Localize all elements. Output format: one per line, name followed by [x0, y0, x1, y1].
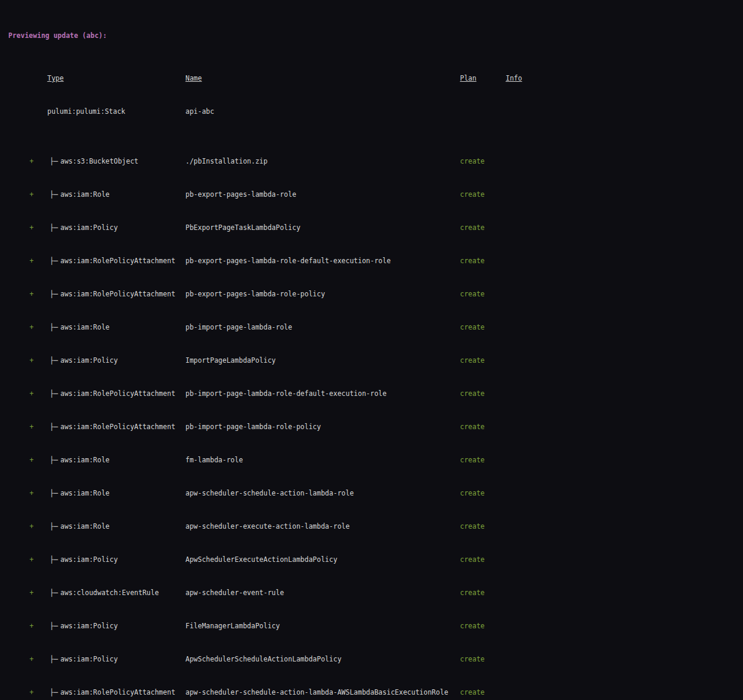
resource-name: pb-export-pages-lambda-role — [186, 190, 460, 199]
op-symbol: + — [17, 622, 50, 630]
resource-type: aws:iam:Role — [60, 522, 186, 530]
resource-name: ApwSchedulerScheduleActionLambdaPolicy — [186, 655, 460, 663]
tree-branch-icon: ├─ — [50, 190, 60, 199]
resource-name: apw-scheduler-schedule-action-lambda-rol… — [186, 489, 460, 497]
table-row: +├─aws:iam:Roleapw-scheduler-execute-act… — [0, 514, 743, 522]
resource-type: aws:iam:Policy — [60, 356, 186, 365]
table-row: +├─aws:iam:Rolepb-import-page-lambda-rol… — [0, 315, 743, 323]
op-symbol: + — [17, 223, 50, 232]
stack-row: pulumi:pulumi:Stackapi-abc — [0, 99, 743, 107]
resource-type: aws:iam:RolePolicyAttachment — [60, 688, 186, 696]
tree-branch-icon: ├─ — [50, 655, 60, 663]
op-symbol: + — [17, 456, 50, 464]
resource-plan: create — [460, 323, 506, 331]
resource-type: aws:iam:RolePolicyAttachment — [60, 290, 186, 298]
preview-header: Previewing update (abc): — [0, 31, 743, 40]
table-row: +├─aws:iam:PolicyPbExportPageTaskLambdaP… — [0, 215, 743, 223]
resource-type: aws:s3:BucketObject — [60, 157, 186, 165]
resource-name: apw-scheduler-event-rule — [186, 589, 460, 597]
column-header-info: Info — [506, 74, 522, 82]
tree-branch-icon: ├─ — [50, 257, 60, 265]
table-column-headers: TypeNamePlanInfo — [0, 66, 743, 74]
tree-branch-icon: ├─ — [50, 456, 60, 464]
resource-type: aws:iam:Role — [60, 456, 186, 464]
tree-branch-icon: ├─ — [50, 323, 60, 331]
table-row: +├─aws:iam:RolePolicyAttachmentapw-sched… — [0, 680, 743, 688]
table-row: +├─aws:iam:RolePolicyAttachmentpb-export… — [0, 248, 743, 257]
resource-type: aws:iam:Policy — [60, 223, 186, 232]
resource-name: pb-import-page-lambda-role-policy — [186, 423, 460, 431]
resource-plan: create — [460, 223, 506, 232]
table-row: +├─aws:iam:PolicyApwSchedulerExecuteActi… — [0, 547, 743, 555]
op-symbol: + — [17, 589, 50, 597]
resource-plan: create — [460, 522, 506, 530]
resource-name: pb-import-page-lambda-role-default-execu… — [186, 389, 460, 398]
resource-name: ./pbInstallation.zip — [186, 157, 460, 165]
resource-name: fm-lambda-role — [186, 456, 460, 464]
op-symbol: + — [17, 190, 50, 199]
resource-name: PbExportPageTaskLambdaPolicy — [186, 223, 460, 232]
op-symbol: + — [17, 157, 50, 165]
table-row: +├─aws:iam:RolePolicyAttachmentpb-export… — [0, 282, 743, 290]
table-row: +├─aws:iam:RolePolicyAttachmentpb-import… — [0, 381, 743, 389]
resource-type: aws:iam:RolePolicyAttachment — [60, 257, 186, 265]
op-symbol: + — [17, 688, 50, 696]
tree-branch-icon: ├─ — [50, 290, 60, 298]
op-symbol: + — [17, 323, 50, 331]
tree-branch-icon: ├─ — [50, 688, 60, 696]
resource-plan: create — [460, 456, 506, 464]
resource-plan: create — [460, 423, 506, 431]
table-row: +├─aws:iam:PolicyFileManagerLambdaPolicy… — [0, 613, 743, 622]
resource-type: aws:iam:RolePolicyAttachment — [60, 389, 186, 398]
resource-plan: create — [460, 389, 506, 398]
resource-name: ImportPageLambdaPolicy — [186, 356, 460, 365]
resource-type: aws:iam:Policy — [60, 555, 186, 564]
column-header-name: Name — [186, 74, 460, 82]
op-symbol: + — [17, 489, 50, 497]
resource-plan: create — [460, 589, 506, 597]
op-symbol: + — [17, 655, 50, 663]
resource-name: pb-export-pages-lambda-role-default-exec… — [186, 257, 460, 265]
tree-branch-icon: ├─ — [50, 157, 60, 165]
resource-plan: create — [460, 622, 506, 630]
resource-name: pb-export-pages-lambda-role-policy — [186, 290, 460, 298]
resource-type: aws:iam:Policy — [60, 622, 186, 630]
resource-name: apw-scheduler-execute-action-lambda-role — [186, 522, 460, 530]
tree-branch-icon: ├─ — [50, 356, 60, 365]
op-symbol: + — [17, 389, 50, 398]
op-symbol: + — [17, 290, 50, 298]
tree-branch-icon: ├─ — [50, 389, 60, 398]
resource-plan: create — [460, 555, 506, 564]
stack-name: api-abc — [186, 107, 460, 116]
resource-table: +├─aws:s3:BucketObject./pbInstallation.z… — [0, 132, 743, 700]
table-row: +├─aws:iam:Roleapw-scheduler-schedule-ac… — [0, 481, 743, 489]
op-symbol: + — [17, 522, 50, 530]
tree-branch-icon: ├─ — [50, 555, 60, 564]
resource-name: ApwSchedulerExecuteActionLambdaPolicy — [186, 555, 460, 564]
resource-type: aws:iam:Policy — [60, 655, 186, 663]
resource-name: apw-scheduler-schedule-action-lambda-AWS… — [186, 688, 460, 696]
table-row: +├─aws:iam:Rolefm-lambda-rolecreate — [0, 448, 743, 456]
resource-plan: create — [460, 356, 506, 365]
preview-title: Previewing update (abc): — [8, 31, 107, 40]
tree-branch-icon: ├─ — [50, 489, 60, 497]
resource-plan: create — [460, 688, 506, 696]
resource-type: aws:iam:Role — [60, 190, 186, 199]
resource-plan: create — [460, 489, 506, 497]
op-symbol: + — [17, 555, 50, 564]
table-row: +├─aws:s3:BucketObject./pbInstallation.z… — [0, 149, 743, 157]
tree-branch-icon: ├─ — [50, 622, 60, 630]
table-row: +├─aws:cloudwatch:EventRuleapw-scheduler… — [0, 580, 743, 589]
resource-name: pb-import-page-lambda-role — [186, 323, 460, 331]
terminal-window[interactable]: Previewing update (abc): TypeNamePlanInf… — [0, 0, 743, 700]
op-symbol: + — [17, 356, 50, 365]
table-row: +├─aws:iam:RolePolicyAttachmentpb-import… — [0, 414, 743, 423]
resource-name: FileManagerLambdaPolicy — [186, 622, 460, 630]
resource-plan: create — [460, 655, 506, 663]
resource-plan: create — [460, 257, 506, 265]
resource-type: aws:iam:RolePolicyAttachment — [60, 423, 186, 431]
resource-type: aws:cloudwatch:EventRule — [60, 589, 186, 597]
table-row: +├─aws:iam:PolicyApwSchedulerScheduleAct… — [0, 647, 743, 655]
tree-branch-icon: ├─ — [50, 423, 60, 431]
tree-branch-icon: ├─ — [50, 223, 60, 232]
